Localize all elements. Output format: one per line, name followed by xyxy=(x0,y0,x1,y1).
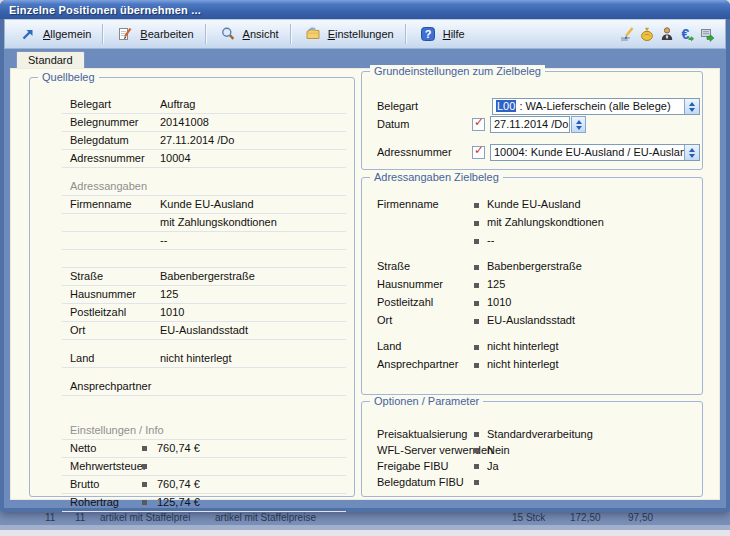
row-label: Straße xyxy=(377,260,410,272)
adressnummer-combobox[interactable]: 10004: Kunde EU-Ausland / EU-Auslandssta… xyxy=(490,144,700,161)
datum-checkbox[interactable]: ✓ xyxy=(472,118,485,131)
bullet-icon xyxy=(142,464,147,469)
groupbox-grundeinstellungen: Grundeinstellungen zum Zielbeleg Belegar… xyxy=(361,71,703,170)
data-row: Netto760,74 € xyxy=(62,440,346,458)
bg-cell: artikel mit Staffelprei xyxy=(100,512,190,523)
spacer-row xyxy=(377,250,694,258)
signature-pen-icon[interactable] xyxy=(617,25,637,43)
bullet-icon xyxy=(474,221,479,226)
data-row: mit Zahlungskondtionen xyxy=(62,214,346,232)
groupbox-title: Adressangaben Zielbeleg xyxy=(370,171,503,183)
menu-item-hilfe[interactable]: ? Hilfe xyxy=(413,22,470,46)
spinner-icon[interactable] xyxy=(684,99,699,114)
belegart-combobox[interactable]: L00 : WA-Lieferschein (alle Belege) xyxy=(492,98,700,115)
menu-item-allgemein[interactable]: Allgemein xyxy=(13,22,96,46)
bullet-icon xyxy=(142,446,147,451)
groupbox-adressangaben-zielbeleg: Adressangaben Zielbeleg FirmennameKunde … xyxy=(361,177,703,395)
arrow-up-right-icon xyxy=(18,25,38,43)
data-row: FirmennameKunde EU-Ausland xyxy=(62,196,346,214)
person-icon[interactable] xyxy=(657,25,677,43)
bullet-icon xyxy=(474,448,479,453)
datum-row: Datum ✓ 27.11.2014 /Do xyxy=(377,116,694,133)
row-label: Straße xyxy=(70,270,103,282)
bullet-icon xyxy=(142,482,147,487)
row-value: nicht hinterlegt xyxy=(487,340,559,352)
data-row: Landnicht hinterlegt xyxy=(62,350,346,368)
row-label: Preisaktualsierung xyxy=(377,428,468,440)
bg-cell: 11 xyxy=(75,512,85,523)
row-label: Ort xyxy=(377,314,392,326)
bullet-icon xyxy=(474,432,479,437)
help-icon: ? xyxy=(418,25,438,43)
row-label: Postleitzahl xyxy=(70,306,126,318)
data-row: OrtEU-Auslandsstadt xyxy=(62,322,346,340)
adressnummer-checkbox[interactable]: ✓ xyxy=(472,146,485,159)
row-label: Land xyxy=(377,340,401,352)
row-label: Belegdatum FIBU xyxy=(377,476,464,488)
belegart-rest: : WA-Lieferschein (alle Belege) xyxy=(516,100,670,112)
row-label: Firmenname xyxy=(70,198,132,210)
row-label: Hausnummer xyxy=(70,288,136,300)
data-row: Ansprechpartnernicht hinterlegt xyxy=(377,356,694,374)
toolbar-separator xyxy=(205,24,207,44)
check-icon: ✓ xyxy=(474,143,484,157)
belegart-value: L00 : WA-Lieferschein (alle Belege) xyxy=(493,99,684,114)
bullet-icon xyxy=(474,345,479,350)
menu-item-ansicht[interactable]: Ansicht xyxy=(213,22,284,46)
edit-notepad-icon xyxy=(115,25,135,43)
groupbox-title: Grundeinstellungen zum Zielbeleg xyxy=(370,65,545,77)
row-label: Firmenname xyxy=(377,198,439,210)
data-row: OrtEU-Auslandsstadt xyxy=(377,312,694,330)
row-value: EU-Auslandsstadt xyxy=(160,324,248,336)
money-bag-icon[interactable] xyxy=(637,25,657,43)
bullet-icon xyxy=(474,363,479,368)
tab-standard[interactable]: Standard xyxy=(16,51,85,68)
menu-label: Hilfe xyxy=(443,28,465,40)
menubar: Allgemein Bearbeiten Ansicht xyxy=(4,19,726,49)
dialog-content: Standard Quellbeleg BelegartAuftragBeleg… xyxy=(4,49,726,508)
magnifier-icon xyxy=(218,25,238,43)
bullet-icon xyxy=(474,464,479,469)
data-row: WFL-Server verwendenNein xyxy=(377,442,694,458)
row-value: Kunde EU-Ausland xyxy=(487,198,581,210)
data-row: Belegdatum27.11.2014 /Do xyxy=(62,132,346,150)
row-label: Hausnummer xyxy=(377,278,443,290)
row-value: 125,74 € xyxy=(157,496,200,508)
data-row: Hausnummer125 xyxy=(62,286,346,304)
spacer-row xyxy=(62,340,346,350)
row-value: Nein xyxy=(487,444,510,456)
data-row: BelegartAuftrag xyxy=(62,96,346,114)
menu-item-bearbeiten[interactable]: Bearbeiten xyxy=(110,22,198,46)
menu-label: Bearbeiten xyxy=(140,28,193,40)
data-row: -- xyxy=(377,232,694,250)
row-label: Adressnummer xyxy=(70,152,145,164)
titlebar[interactable]: Einzelne Positionen übernehmen ... xyxy=(0,0,730,19)
datum-label: Datum xyxy=(377,118,409,130)
data-row: Mehrwertsteuer xyxy=(62,458,346,476)
row-label: Brutto xyxy=(70,478,99,490)
data-row: Belegdatum FIBU xyxy=(377,474,694,490)
spinner-icon[interactable] xyxy=(684,145,699,160)
row-value: Auftrag xyxy=(160,98,195,110)
row-value: EU-Auslandsstadt xyxy=(487,314,575,326)
toolbar-separator xyxy=(405,24,407,44)
data-row: StraßeBabenbergerstraße xyxy=(62,268,346,286)
data-row: Belegnummer20141008 xyxy=(62,114,346,132)
section-label: Einstellungen / Info xyxy=(70,424,164,436)
bg-cell: 97,50 xyxy=(628,512,653,523)
datum-input[interactable]: 27.11.2014 /Do xyxy=(490,116,570,133)
euro-icon[interactable]: € xyxy=(677,25,697,43)
bg-cell: artikel mit Staffelpreise xyxy=(215,512,316,523)
svg-text:?: ? xyxy=(424,28,431,40)
data-row xyxy=(62,250,346,268)
datum-spinner-icon[interactable] xyxy=(571,116,586,133)
tab-panel: Quellbeleg BelegartAuftragBelegnummer201… xyxy=(10,68,720,500)
data-row: Adressnummer10004 xyxy=(62,150,346,168)
export-print-icon[interactable] xyxy=(697,25,717,43)
toolbar-separator xyxy=(290,24,292,44)
background-strip-bottom xyxy=(0,530,730,536)
row-value: 20141008 xyxy=(160,116,209,128)
belegart-row: Belegart L00 : WA-Lieferschein (alle Bel… xyxy=(377,98,694,115)
menu-label: Allgemein xyxy=(43,28,91,40)
menu-item-einstellungen[interactable]: Einstellungen xyxy=(298,22,399,46)
